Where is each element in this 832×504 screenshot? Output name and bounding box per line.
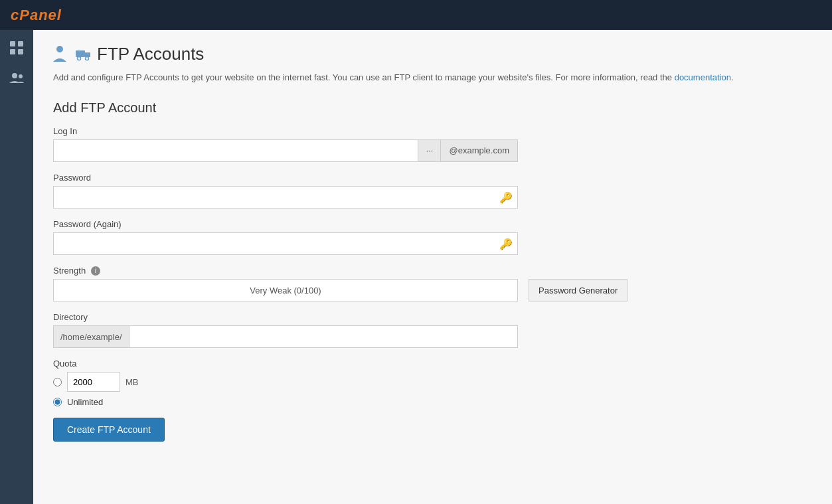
directory-input-wrapper: /home/example/	[53, 325, 518, 348]
quota-group: Quota MB Unlimited	[53, 359, 812, 407]
logo: cPanel	[11, 7, 62, 24]
password-eye-icon[interactable]: 🔑	[499, 191, 513, 203]
create-button-group: Create FTP Account	[53, 418, 812, 442]
page-title: FTP Accounts	[97, 44, 204, 64]
sidebar	[0, 30, 33, 504]
logo-panel: Panel	[19, 7, 62, 23]
documentation-link[interactable]: documentation	[675, 72, 731, 82]
topbar: cPanel	[0, 0, 832, 30]
quota-label: Quota	[53, 359, 812, 369]
password-group: Password 🔑	[53, 173, 812, 209]
password-again-input-wrapper: 🔑	[53, 232, 518, 255]
strength-row: Very Weak (0/100) Password Generator	[53, 279, 812, 301]
password-generator-button[interactable]: Password Generator	[529, 279, 627, 301]
strength-bar-container: Very Weak (0/100)	[53, 279, 518, 301]
login-domain-suffix: @example.com	[440, 139, 518, 162]
svg-rect-2	[10, 49, 15, 54]
svg-point-4	[12, 73, 17, 78]
directory-input[interactable]	[129, 325, 519, 348]
strength-bar: Very Weak (0/100)	[53, 279, 518, 301]
directory-label: Directory	[53, 312, 812, 322]
svg-point-5	[19, 74, 23, 78]
strength-group: Strength i Very Weak (0/100) Password Ge…	[53, 266, 812, 302]
svg-point-9	[86, 57, 89, 60]
strength-label: Strength i	[53, 266, 812, 276]
password-again-label: Password (Again)	[53, 219, 812, 229]
quota-unlimited-label: Unlimited	[67, 397, 103, 407]
login-label: Log In	[53, 126, 812, 136]
main-content: FTP Accounts Add and configure FTP Accou…	[33, 30, 832, 504]
svg-rect-1	[18, 41, 23, 46]
password-label: Password	[53, 173, 812, 183]
sidebar-grid-icon[interactable]	[5, 37, 28, 59]
login-input[interactable]	[53, 139, 418, 162]
directory-group: Directory /home/example/	[53, 312, 812, 348]
logo-c: c	[11, 7, 19, 23]
quota-unlimited-row: Unlimited	[53, 397, 812, 407]
quota-mb-input[interactable]	[67, 372, 120, 392]
quota-unlimited-radio[interactable]	[53, 398, 62, 406]
password-again-group: Password (Again) 🔑	[53, 219, 812, 255]
create-ftp-account-button[interactable]: Create FTP Account	[53, 418, 165, 442]
login-dots-button[interactable]: ···	[418, 139, 440, 162]
password-again-input[interactable]	[53, 232, 518, 255]
login-input-row: ··· @example.com	[53, 139, 518, 162]
password-input-wrapper: 🔑	[53, 186, 518, 209]
quota-mb-unit: MB	[125, 377, 139, 387]
layout: FTP Accounts Add and configure FTP Accou…	[0, 30, 832, 504]
page-header: FTP Accounts	[53, 43, 812, 64]
sidebar-users-icon[interactable]	[5, 67, 28, 90]
svg-rect-0	[10, 41, 15, 46]
password-again-eye-icon[interactable]: 🔑	[499, 237, 513, 250]
ftp-accounts-icon	[53, 43, 90, 64]
svg-rect-3	[18, 49, 23, 54]
page-description: Add and configure FTP Accounts to get yo…	[53, 71, 812, 84]
svg-rect-7	[76, 50, 85, 57]
quota-mb-radio[interactable]	[53, 378, 62, 386]
directory-prefix: /home/example/	[53, 325, 129, 348]
strength-info-icon[interactable]: i	[91, 266, 100, 276]
quota-row: MB Unlimited	[53, 372, 812, 407]
password-input[interactable]	[53, 186, 518, 209]
login-group: Log In ··· @example.com	[53, 126, 812, 162]
section-title: Add FTP Account	[53, 100, 812, 116]
quota-mb-row: MB	[53, 372, 812, 392]
svg-point-6	[56, 46, 63, 52]
svg-point-8	[78, 57, 81, 60]
